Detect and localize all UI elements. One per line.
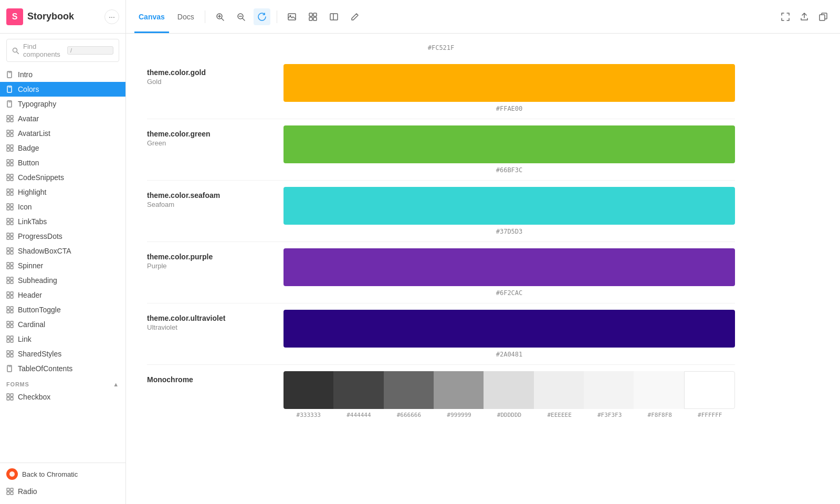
sidebar-item-cardinal[interactable]: Cardinal: [0, 317, 125, 332]
sidebar-item-buttontoggle[interactable]: ButtonToggle: [0, 302, 125, 317]
component-icon: [6, 247, 14, 255]
logo-area: S Storybook: [6, 8, 74, 25]
sidebar-item-sharedstyles[interactable]: SharedStyles: [0, 346, 125, 361]
doc-icon: [6, 100, 14, 108]
svg-rect-31: [10, 145, 13, 148]
svg-rect-13: [330, 14, 338, 20]
sidebar-item-label: ButtonToggle: [18, 306, 61, 314]
color-row-ultraviolet: theme.color.ultraviolet Ultraviolet #2A0…: [147, 303, 735, 365]
color-sub-purple: Purple: [147, 262, 273, 270]
svg-rect-48: [7, 207, 9, 210]
sidebar-item-label: LinkTabs: [18, 217, 47, 226]
component-icon: [6, 335, 14, 343]
mono-swatch-f8f: [634, 371, 684, 409]
component-icon: [6, 321, 14, 328]
search-box[interactable]: Find components /: [0, 34, 125, 67]
sidebar-item-highlight[interactable]: Highlight: [0, 185, 125, 200]
canvas-content: #FC521F theme.color.gold Gold #FFAE00 th…: [126, 34, 756, 435]
color-label-green: theme.color.green Green: [147, 125, 284, 147]
sidebar-item-label: Button: [18, 159, 39, 167]
sidebar-item-label: Avatar: [18, 114, 39, 123]
mono-swatches: #333333 #444444 #666666 #999999 #DDDDDD …: [284, 371, 735, 418]
svg-rect-85: [10, 340, 13, 342]
sidebar-item-button[interactable]: Button: [0, 155, 125, 170]
sidebar-item-tableofcontents[interactable]: TableOfContents: [0, 361, 125, 376]
svg-rect-25: [10, 119, 13, 122]
sidebar-item-linktabs[interactable]: LinkTabs: [0, 214, 125, 229]
color-label-purple: theme.color.purple Purple: [147, 248, 284, 270]
color-row-purple: theme.color.purple Purple #6F2CAC: [147, 242, 735, 303]
color-row-monochrome: Monochrome #333333: [147, 365, 735, 425]
sidebar-item-label: CodeSnippets: [18, 173, 64, 182]
svg-rect-89: [10, 354, 13, 357]
sidebar-item-colors[interactable]: Colors: [0, 82, 125, 97]
back-chromatic-section: Back to Chromatic Radio: [0, 463, 126, 504]
forms-collapse-button[interactable]: ▲: [113, 381, 119, 387]
sidebar-item-intro[interactable]: Intro: [0, 67, 125, 82]
color-label-gold: theme.color.gold Gold: [147, 64, 284, 86]
sidebar-item-subheading[interactable]: Subheading: [0, 273, 125, 288]
tab-canvas[interactable]: Canvas: [134, 0, 169, 33]
sidebar-item-avatarlist[interactable]: AvatarList: [0, 126, 125, 141]
search-inner[interactable]: Find components /: [6, 39, 119, 62]
svg-rect-72: [7, 296, 9, 298]
grid-icon: [309, 13, 317, 21]
sidebar-item-avatar[interactable]: Avatar: [0, 111, 125, 126]
svg-rect-33: [10, 149, 13, 151]
fullscreen-button[interactable]: [777, 8, 794, 25]
sidebar-item-shadowboxcta[interactable]: ShadowBoxCTA: [0, 244, 125, 258]
back-to-chromatic-button[interactable]: Back to Chromatic: [6, 468, 120, 480]
grid-view-button[interactable]: [304, 8, 321, 25]
sidebar-item-header[interactable]: Header: [0, 288, 125, 302]
sidebar-item-typography[interactable]: Typography: [0, 97, 125, 111]
svg-rect-37: [10, 163, 13, 166]
svg-rect-54: [7, 233, 9, 236]
sidebar-item-label: Spinner: [18, 261, 43, 270]
sidebar-item-codesnippets[interactable]: CodeSnippets: [0, 170, 125, 185]
svg-rect-38: [7, 174, 9, 177]
sidebar-item-label: AvatarList: [18, 129, 50, 138]
svg-rect-96: [7, 488, 9, 491]
svg-rect-66: [7, 277, 9, 280]
layout-icon: [330, 13, 338, 21]
layout-button[interactable]: [326, 8, 342, 25]
sidebar-item-checkbox[interactable]: Checkbox: [0, 390, 125, 404]
svg-rect-73: [10, 296, 13, 298]
image-view-button[interactable]: [284, 8, 300, 25]
svg-rect-35: [10, 160, 13, 162]
share-button[interactable]: [796, 8, 813, 25]
radio-item-area: Radio: [6, 484, 120, 499]
sidebar-item-link[interactable]: Link: [0, 332, 125, 346]
color-row-green: theme.color.green Green #66BF3C: [147, 119, 735, 181]
sidebar-item-icon[interactable]: Icon: [0, 200, 125, 214]
svg-rect-59: [10, 248, 13, 250]
more-button[interactable]: ···: [104, 9, 119, 24]
copy-button[interactable]: [815, 8, 832, 25]
sidebar-item-badge[interactable]: Badge: [0, 141, 125, 155]
tab-docs[interactable]: Docs: [173, 0, 198, 33]
sidebar-item-progressdots[interactable]: ProgressDots: [0, 229, 125, 244]
svg-rect-65: [10, 266, 13, 269]
sidebar-item-spinner[interactable]: Spinner: [0, 258, 125, 273]
zoom-out-button[interactable]: [233, 8, 249, 25]
zoom-in-button[interactable]: [212, 8, 228, 25]
pencil-button[interactable]: [346, 8, 363, 25]
chromatic-icon: [6, 468, 18, 480]
svg-rect-9: [309, 13, 312, 16]
mono-hex-row: #333333 #444444 #666666 #999999 #DDDDDD …: [284, 409, 735, 418]
svg-rect-80: [7, 325, 9, 328]
monochrome-name: Monochrome: [147, 375, 273, 384]
svg-rect-40: [7, 178, 9, 181]
svg-rect-81: [10, 325, 13, 328]
sidebar-nav: Intro Colors Typography Avatar AvatarLis…: [0, 67, 125, 504]
reset-zoom-button[interactable]: [254, 8, 270, 25]
mono-swatch-444: [333, 371, 383, 409]
svg-rect-88: [7, 354, 9, 357]
svg-rect-91: [7, 394, 9, 396]
svg-rect-58: [7, 248, 9, 250]
component-icon: [6, 144, 14, 152]
sidebar-item-radio[interactable]: Radio: [6, 484, 120, 499]
color-sub-gold: Gold: [147, 78, 273, 86]
fullscreen-icon: [781, 13, 790, 21]
forms-label: FORMS: [6, 381, 29, 387]
